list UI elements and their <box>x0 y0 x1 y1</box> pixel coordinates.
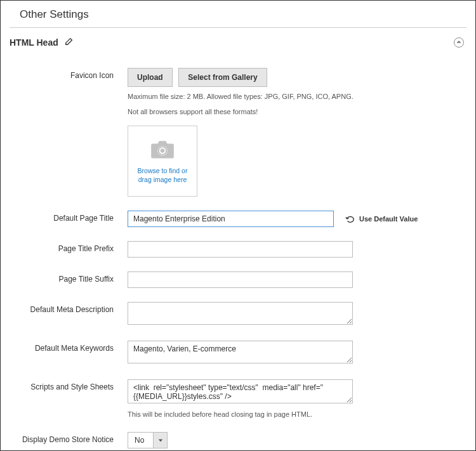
page-title-suffix-input[interactable] <box>128 271 353 288</box>
section-header[interactable]: HTML Head <box>1 28 475 55</box>
meta-description-label: Default Meta Description <box>1 302 128 314</box>
demo-notice-label: Display Demo Store Notice <box>1 432 128 444</box>
meta-description-input[interactable] <box>128 302 353 325</box>
page-title: Other Settings <box>10 1 466 28</box>
favicon-browse-text: Browse to find or drag image here <box>133 167 192 184</box>
chevron-down-icon <box>153 433 167 448</box>
favicon-hint-browsers: Not all browsers support all these forma… <box>128 108 458 115</box>
collapse-icon[interactable] <box>454 37 464 48</box>
page-title-suffix-label: Page Title Suffix <box>1 271 128 284</box>
svg-marker-4 <box>159 440 162 442</box>
default-page-title-label: Default Page Title <box>1 211 128 223</box>
use-default-value-button[interactable]: Use Default Value <box>345 214 418 223</box>
scripts-input[interactable]: <link rel="stylesheet" type="text/css" m… <box>128 379 353 403</box>
upload-button[interactable]: Upload <box>128 68 173 87</box>
select-from-gallery-button[interactable]: Select from Gallery <box>178 68 267 87</box>
meta-keywords-input[interactable]: Magento, Varien, E-commerce <box>128 341 353 363</box>
page-title-prefix-label: Page Title Prefix <box>1 241 128 253</box>
favicon-hint-filetypes: Maximum file size: 2 MB. Allowed file ty… <box>128 92 458 101</box>
page-title-prefix-input[interactable] <box>128 241 353 258</box>
section-title: HTML Head <box>10 37 58 48</box>
scripts-hint: This will be included before head closin… <box>128 410 458 418</box>
camera-icon <box>149 138 176 162</box>
settings-panel: Other Settings HTML Head Favicon Icon Up… <box>0 0 476 451</box>
favicon-label: Favicon Icon <box>1 68 128 80</box>
meta-keywords-label: Default Meta Keywords <box>1 341 128 353</box>
edit-icon[interactable] <box>65 37 74 48</box>
use-default-label: Use Default Value <box>359 215 418 223</box>
default-page-title-input[interactable] <box>128 211 334 227</box>
scripts-label: Scripts and Style Sheets <box>1 379 128 391</box>
demo-notice-value: No <box>128 433 153 448</box>
favicon-dropzone[interactable]: Browse to find or drag image here <box>128 126 197 197</box>
demo-notice-select[interactable]: No <box>128 432 168 448</box>
